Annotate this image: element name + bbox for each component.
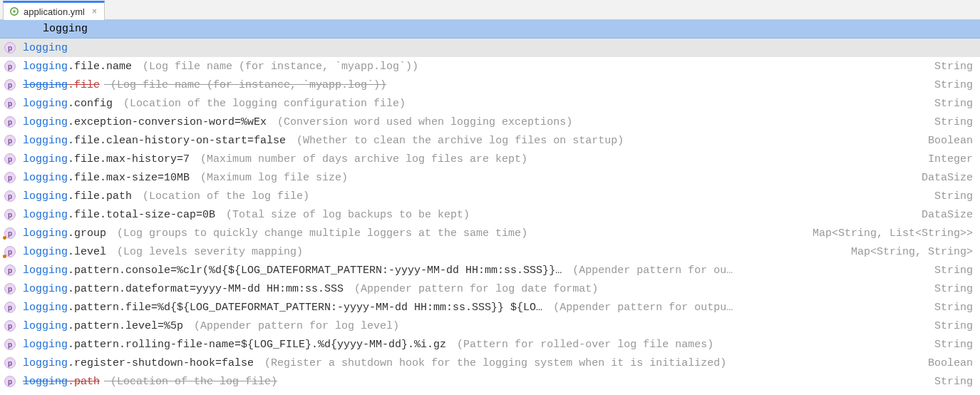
suggestion-text: logging.register-shutdown-hook=false (Re… — [23, 357, 726, 369]
suggestion-text: logging.file.max-size=10MB (Maximum log … — [23, 172, 348, 184]
suggestion-text: logging — [23, 42, 68, 54]
suggestion-type: String — [923, 265, 973, 277]
suggestion-text: logging.pattern.rolling-file-name=${LOG_… — [23, 339, 713, 351]
suggestion-item[interactable]: plogging.file.max-size=10MB (Maximum log… — [0, 168, 980, 187]
suggestion-type: DataSize — [910, 172, 973, 184]
property-badge-icon: p — [4, 357, 16, 369]
suggestion-item[interactable]: plogging.register-shutdown-hook=false (R… — [0, 354, 980, 372]
suggestion-item[interactable]: plogging.pattern.level=%5p (Appender pat… — [0, 317, 980, 335]
suggestion-item[interactable]: plogging.config (Location of the logging… — [0, 94, 980, 113]
suggestion-item[interactable]: plogging.file.total-size-cap=0B (Total s… — [0, 205, 980, 224]
property-badge-icon: p — [4, 302, 16, 313]
editor-current-line[interactable]: logging — [0, 20, 980, 39]
suggestion-type: String — [923, 61, 973, 73]
suggestion-type: String — [923, 302, 973, 314]
suggestion-type: DataSize — [910, 209, 973, 221]
suggestion-item[interactable]: plogging.exception-conversion-word=%wEx … — [0, 113, 980, 131]
suggestion-type: String — [923, 116, 973, 128]
suggestion-text: logging.pattern.console=%clr(%d{${LOG_DA… — [23, 265, 733, 277]
property-badge-icon: p — [4, 320, 16, 332]
tab-bar: application.yml × — [0, 0, 980, 20]
property-badge-icon: p — [4, 190, 16, 202]
suggestion-type: String — [923, 98, 973, 110]
suggestion-type: String — [923, 339, 973, 351]
suggestion-item[interactable]: plogging.level (Log levels severity mapp… — [0, 242, 980, 261]
suggestion-type: Boolean — [917, 135, 973, 147]
suggestion-text: logging.file.total-size-cap=0B (Total si… — [23, 209, 470, 221]
suggestion-text: logging.config (Location of the logging … — [23, 98, 406, 110]
suggestion-text: logging.file.path (Location of the log f… — [23, 190, 309, 202]
yml-file-icon — [9, 6, 19, 16]
suggestion-type: String — [923, 376, 973, 388]
typed-text: logging — [36, 23, 88, 35]
suggestion-text: logging.level (Log levels severity mappi… — [23, 246, 303, 258]
file-tab[interactable]: application.yml × — [3, 1, 105, 20]
suggestion-text: logging.pattern.level=%5p (Appender patt… — [23, 320, 399, 332]
suggestion-type: String — [923, 79, 973, 91]
property-badge-icon: p — [4, 79, 16, 91]
suggestion-item[interactable]: plogging.pattern.rolling-file-name=${LOG… — [0, 335, 980, 354]
suggestion-type: Map<String, String> — [840, 246, 973, 258]
property-badge-icon: p — [4, 209, 16, 220]
property-badge-icon: p — [4, 172, 16, 183]
suggestion-item[interactable]: plogging.file.path (Location of the log … — [0, 187, 980, 205]
suggestion-item[interactable]: plogging.pattern.file=%d{${LOG_DATEFORMA… — [0, 298, 980, 317]
suggestion-item[interactable]: plogging.pattern.dateformat=yyyy-MM-dd H… — [0, 279, 980, 298]
property-badge-icon: p — [4, 61, 16, 72]
suggestion-text: logging.path (Location of the log file) — [23, 376, 277, 388]
suggestion-item[interactable]: plogging.file.max-history=7 (Maximum num… — [0, 150, 980, 168]
suggestion-text: logging.file.max-history=7 (Maximum numb… — [23, 153, 527, 165]
suggestion-type: Boolean — [917, 357, 973, 369]
suggestion-type: Map<String, List<String>> — [801, 227, 973, 240]
property-badge-icon: p — [4, 98, 16, 109]
suggestion-type: String — [923, 190, 973, 202]
suggestion-text: logging.pattern.dateformat=yyyy-MM-dd HH… — [23, 283, 598, 295]
property-badge-icon: p — [4, 376, 16, 387]
property-badge-icon: p — [4, 135, 16, 146]
suggestion-item[interactable]: plogging.file (Log file name (for instan… — [0, 76, 980, 94]
suggestion-item[interactable]: plogging.pattern.console=%clr(%d{${LOG_D… — [0, 261, 980, 279]
tab-label: application.yml — [24, 6, 85, 17]
property-badge-icon: p — [4, 153, 16, 165]
suggestion-item[interactable]: plogging.file.clean-history-on-start=fal… — [0, 131, 980, 150]
suggestion-text: logging.group (Log groups to quickly cha… — [23, 227, 527, 240]
suggestion-type: String — [923, 320, 973, 332]
suggestion-text: logging.file.name (Log file name (for in… — [23, 61, 418, 73]
property-badge-icon: p — [4, 339, 16, 350]
property-badge-icon: p — [4, 283, 16, 294]
property-badge-icon: p — [4, 116, 16, 128]
suggestion-text: logging.file.clean-history-on-start=fals… — [23, 135, 624, 147]
property-badge-icon: p — [4, 246, 16, 257]
property-badge-icon: p — [4, 42, 16, 53]
suggestion-text: logging.file (Log file name (for instanc… — [23, 79, 386, 91]
suggestion-type: Integer — [917, 153, 973, 165]
close-icon[interactable]: × — [92, 6, 97, 16]
property-badge-icon: p — [4, 227, 16, 239]
suggestion-item[interactable]: plogging — [0, 39, 980, 57]
suggestion-item[interactable]: plogging.path (Location of the log file)… — [0, 372, 980, 391]
suggestion-item[interactable]: plogging.group (Log groups to quickly ch… — [0, 224, 980, 242]
suggestion-item[interactable]: plogging.file.name (Log file name (for i… — [0, 57, 980, 76]
autocomplete-popup: ploggingplogging.file.name (Log file nam… — [0, 39, 980, 391]
suggestion-type: String — [923, 283, 973, 295]
suggestion-text: logging.exception-conversion-word=%wEx (… — [23, 116, 572, 128]
property-badge-icon: p — [4, 265, 16, 276]
suggestion-text: logging.pattern.file=%d{${LOG_DATEFORMAT… — [23, 302, 733, 314]
svg-point-1 — [13, 10, 16, 13]
